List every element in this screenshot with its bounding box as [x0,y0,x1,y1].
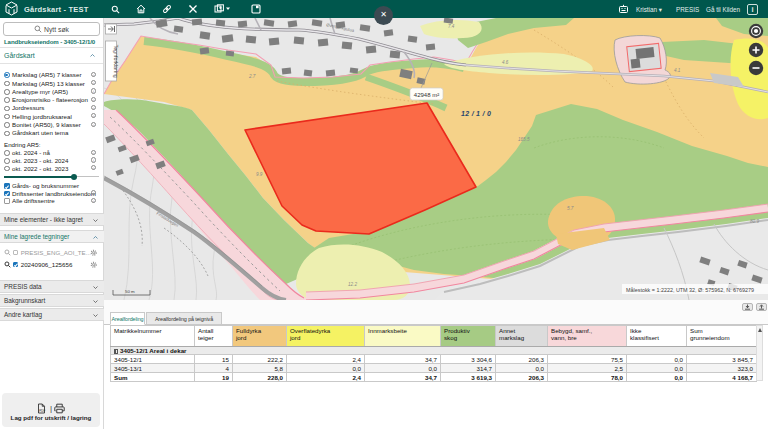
svg-text:5.7: 5.7 [567,206,574,211]
svg-text:9.9: 9.9 [256,172,263,177]
svg-text:4.6: 4.6 [502,60,509,65]
svg-text:50 m: 50 m [125,289,135,294]
svg-text:2.7: 2.7 [248,74,256,79]
svg-text:Målestokk = 1:2222, UTM 32, Ø:: Målestokk = 1:2222, UTM 32, Ø: 575962, N… [626,287,754,293]
svg-text:42948 m²: 42948 m² [414,92,439,98]
svg-text:80.9: 80.9 [750,219,759,224]
svg-text:4.1: 4.1 [674,68,681,73]
svg-text:PDF: PDF [39,409,45,413]
svg-text:12 / 1 / 0: 12 / 1 / 0 [461,110,491,117]
svg-text:Tegnforklaring: Tegnforklaring [113,45,119,78]
svg-text:7.4: 7.4 [448,24,455,29]
svg-text:165.5: 165.5 [518,137,530,142]
svg-text:12.2: 12.2 [348,282,357,287]
